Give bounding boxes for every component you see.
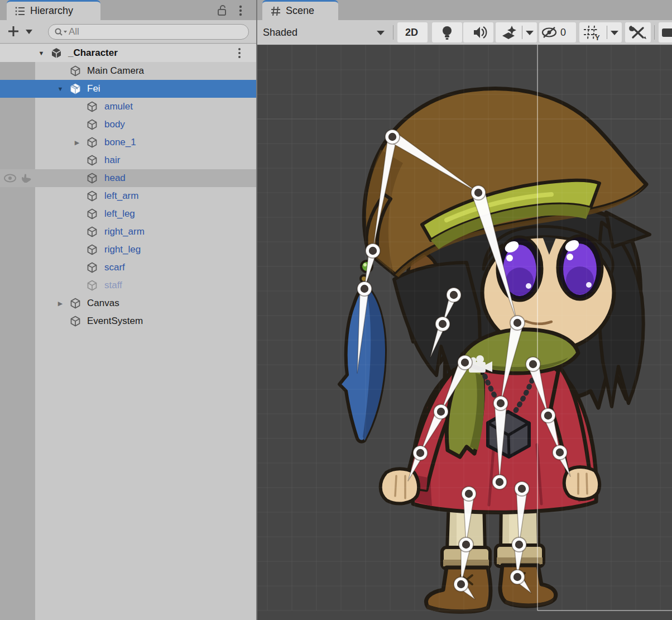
scene-panel: Scene Shaded 2D xyxy=(257,0,672,620)
prefab-cube-icon xyxy=(69,83,81,95)
disclosure-arrow[interactable]: ▼ xyxy=(36,44,47,62)
unity-logo-icon xyxy=(50,47,63,59)
effects-visibility-group[interactable] xyxy=(496,22,537,42)
hierarchy-item-staff[interactable]: staff xyxy=(0,276,256,294)
hierarchy-item-canvas[interactable]: ▶ Canvas xyxy=(0,294,256,312)
overlay-tools-button[interactable] xyxy=(625,22,651,42)
hierarchy-panel: Hierarchy xyxy=(0,0,256,620)
hierarchy-item-label: scarf xyxy=(104,259,125,276)
gameobject-cube-icon xyxy=(86,226,98,238)
gameobject-cube-icon xyxy=(86,154,98,166)
gameobject-cube-icon xyxy=(86,244,98,256)
2d-label: 2D xyxy=(405,22,418,42)
scene-tabstrip: Scene xyxy=(257,0,672,20)
hierarchy-tree: ▼ _Character xyxy=(0,44,256,620)
gameobject-cube-icon xyxy=(69,65,81,77)
hierarchy-item-label: amulet xyxy=(104,98,133,116)
disclosure-arrow[interactable]: ▼ xyxy=(55,80,66,98)
hierarchy-item-label: bone_1 xyxy=(104,133,136,151)
hierarchy-item-label: head xyxy=(104,169,126,187)
hierarchy-item-label: right_leg xyxy=(104,241,141,259)
tab-hierarchy-label: Hierarchy xyxy=(30,2,73,20)
grid-y-icon: Y xyxy=(579,22,605,42)
hierarchy-toolbar: All xyxy=(0,20,256,44)
hierarchy-item-label: EventSystem xyxy=(87,312,143,330)
hierarchy-item-label: Main Camera xyxy=(87,62,144,80)
search-placeholder: All xyxy=(69,25,79,39)
wrench-pencil-icon xyxy=(625,22,651,42)
hierarchy-tabstrip: Hierarchy xyxy=(0,0,256,20)
draw-mode-dropdown[interactable]: Shaded xyxy=(260,22,391,42)
tab-hierarchy[interactable]: Hierarchy xyxy=(7,0,100,20)
hierarchy-item-right-leg[interactable]: right_leg xyxy=(0,241,256,259)
hierarchy-item-label: Canvas xyxy=(87,294,119,312)
pickability-toggle-hand-icon[interactable] xyxy=(20,173,32,186)
scene-viewport[interactable] xyxy=(257,45,672,620)
hierarchy-item-label: body xyxy=(104,116,125,133)
hierarchy-item-label: left_arm xyxy=(104,187,138,205)
gameobject-cube-icon xyxy=(86,208,98,220)
grid-visibility-group[interactable]: Y xyxy=(579,22,622,42)
chevron-down-icon xyxy=(377,31,385,35)
create-object-button[interactable] xyxy=(6,23,38,40)
draw-mode-label: Shaded xyxy=(263,22,297,42)
scene-lighting-toggle[interactable] xyxy=(432,22,462,42)
hierarchy-item-right-arm[interactable]: right_arm xyxy=(0,223,256,241)
hierarchy-item-scarf[interactable]: scarf xyxy=(0,259,256,276)
search-icon xyxy=(54,27,68,40)
gameobject-cube-icon xyxy=(86,118,98,131)
camera-preview-button[interactable] xyxy=(659,22,672,42)
hierarchy-item-_character[interactable]: ▼ _Character xyxy=(0,44,256,62)
hierarchy-item-main-camera[interactable]: Main Camera xyxy=(0,62,256,80)
scene-audio-toggle[interactable] xyxy=(463,22,493,42)
speaker-icon xyxy=(463,22,493,42)
bulb-icon xyxy=(432,22,462,42)
tab-scene-label: Scene xyxy=(286,2,314,20)
scene-grid-icon xyxy=(270,6,281,17)
hidden-objects-count: 0 xyxy=(560,22,566,42)
hierarchy-item-fei[interactable]: ▼ Fei xyxy=(0,80,256,98)
hierarchy-item-label: staff xyxy=(104,276,122,294)
hidden-objects-button[interactable]: 0 xyxy=(539,22,576,42)
hierarchy-item-label: Fei xyxy=(87,80,100,98)
hierarchy-item-body[interactable]: body xyxy=(0,116,256,133)
tab-scene[interactable]: Scene xyxy=(262,0,338,20)
hierarchy-item-amulet[interactable]: amulet xyxy=(0,98,256,116)
disclosure-arrow[interactable]: ▶ xyxy=(55,294,66,312)
camera-icon xyxy=(659,22,672,42)
panel-resize-divider[interactable] xyxy=(256,0,257,620)
hierarchy-item-head[interactable]: head xyxy=(0,169,256,187)
2d-mode-toggle[interactable]: 2D xyxy=(397,22,428,42)
scene-name-label: _Character xyxy=(68,44,118,62)
hierarchy-search-input[interactable]: All xyxy=(48,24,249,40)
hierarchy-item-hair[interactable]: hair xyxy=(0,151,256,169)
hierarchy-item-label: right_arm xyxy=(104,223,145,241)
gameobject-cube-icon xyxy=(69,315,81,327)
gameobject-cube-icon xyxy=(86,101,98,113)
gameobject-cube-icon xyxy=(86,172,98,184)
hierarchy-item-eventsystem[interactable]: EventSystem xyxy=(0,312,256,330)
hierarchy-item-label: left_leg xyxy=(104,205,135,223)
hierarchy-item-bone-1[interactable]: ▶ bone_1 xyxy=(0,133,256,151)
gameobject-cube-icon xyxy=(86,261,98,274)
eye-slash-icon xyxy=(539,22,559,42)
panel-menu-kebab-icon[interactable] xyxy=(237,4,244,19)
effects-dropdown-icon[interactable] xyxy=(526,31,534,35)
visibility-toggle-eye-icon[interactable] xyxy=(3,173,17,186)
hierarchy-item-left-leg[interactable]: left_leg xyxy=(0,205,256,223)
gameobject-cube-icon xyxy=(86,136,98,149)
hierarchy-item-label: hair xyxy=(104,151,120,169)
effects-icon xyxy=(496,22,521,42)
hierarchy-item-left-arm[interactable]: left_arm xyxy=(0,187,256,205)
disclosure-arrow[interactable]: ▶ xyxy=(71,133,83,151)
gameobject-cube-icon xyxy=(69,297,81,309)
hierarchy-list-icon xyxy=(15,6,26,17)
gameobject-cube-icon xyxy=(86,279,98,292)
svg-text:Y: Y xyxy=(595,34,600,42)
grid-dropdown-icon[interactable] xyxy=(611,31,618,35)
gameobject-cube-icon xyxy=(86,190,98,202)
scene-toolbar: Shaded 2D xyxy=(257,20,672,45)
scene-menu-kebab-icon[interactable] xyxy=(236,47,243,59)
lock-icon[interactable] xyxy=(217,4,228,19)
